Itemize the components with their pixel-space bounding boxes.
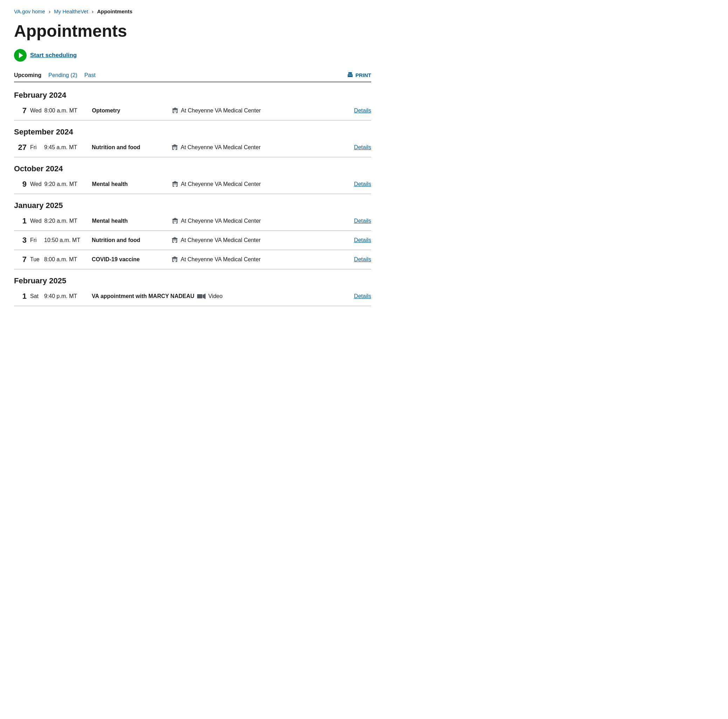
appt-day: 27 xyxy=(14,143,27,152)
appt-location: At Cheyenne VA Medical Center xyxy=(171,144,349,151)
appt-type: VA appointment with MARCY NADEAU xyxy=(92,293,194,300)
print-icon: 🖶 xyxy=(347,72,353,79)
svg-rect-50 xyxy=(176,260,176,261)
svg-rect-12 xyxy=(174,147,176,148)
video-icon xyxy=(197,294,205,299)
appt-details-link[interactable]: Details xyxy=(354,181,371,187)
appt-location: At Cheyenne VA Medical Center xyxy=(171,256,349,263)
start-scheduling-link[interactable]: Start scheduling xyxy=(30,52,77,59)
appt-type: Mental health xyxy=(92,218,169,224)
appt-type: Optometry xyxy=(92,107,169,114)
svg-rect-24 xyxy=(174,185,176,187)
appt-dow: Tue xyxy=(30,256,41,263)
appt-details-link[interactable]: Details xyxy=(354,218,371,224)
appointment-row: 1Wed8:20 a.m. MTMental health At Cheyenn… xyxy=(14,211,371,231)
appt-details-link[interactable]: Details xyxy=(354,237,371,243)
start-scheduling-section: Start scheduling xyxy=(14,49,371,62)
appt-time: 8:20 a.m. MT xyxy=(44,218,87,224)
start-scheduling-icon xyxy=(14,49,27,62)
appt-day: 7 xyxy=(14,106,27,115)
appointment-row: 1Sat9:40 p.m. MTVA appointment with MARC… xyxy=(14,287,371,306)
svg-rect-38 xyxy=(176,240,176,240)
appt-location-text: At Cheyenne VA Medical Center xyxy=(181,256,260,263)
svg-rect-10 xyxy=(173,147,174,148)
svg-rect-11 xyxy=(176,147,176,148)
appt-time: 9:45 a.m. MT xyxy=(44,144,86,151)
appt-dow: Fri xyxy=(30,144,41,151)
svg-rect-31 xyxy=(173,222,174,223)
svg-rect-20 xyxy=(176,184,177,185)
month-heading: January 2025 xyxy=(14,201,371,210)
appt-location: At Cheyenne VA Medical Center xyxy=(172,218,349,224)
appt-time: 8:00 a.m. MT xyxy=(44,256,86,263)
svg-marker-26 xyxy=(172,181,178,182)
tab-past[interactable]: Past xyxy=(84,72,96,78)
appt-location-text: At Cheyenne VA Medical Center xyxy=(181,107,261,114)
svg-marker-35 xyxy=(172,218,178,219)
svg-rect-46 xyxy=(173,259,174,260)
page-title: Appointments xyxy=(14,21,371,41)
svg-rect-21 xyxy=(174,184,176,185)
appointment-row: 7Wed8:00 a.m. MTOptometry At Cheyenne VA… xyxy=(14,101,371,121)
month-heading: February 2025 xyxy=(14,276,371,285)
breadcrumb-va-home[interactable]: VA.gov home xyxy=(14,8,45,14)
building-icon xyxy=(172,107,178,114)
svg-rect-32 xyxy=(176,222,177,223)
building-icon xyxy=(172,218,178,224)
appointment-row: 3Fri10:50 a.m. MTNutrition and food At C… xyxy=(14,231,371,250)
breadcrumb-current: Appointments xyxy=(97,8,132,14)
print-button[interactable]: 🖶 PRINT xyxy=(347,72,371,79)
building-icon xyxy=(171,237,178,243)
appt-location: At Cheyenne VA Medical Center xyxy=(171,237,349,243)
svg-rect-37 xyxy=(173,240,174,240)
appt-details-link[interactable]: Details xyxy=(354,144,371,151)
svg-rect-6 xyxy=(174,112,176,113)
svg-rect-49 xyxy=(173,260,174,261)
svg-rect-47 xyxy=(176,259,176,260)
appt-location: At Cheyenne VA Medical Center xyxy=(172,107,349,114)
appt-time: 9:40 p.m. MT xyxy=(44,293,86,300)
tab-pending[interactable]: Pending (2) xyxy=(48,72,77,78)
appt-dow: Wed xyxy=(30,218,42,224)
tabs-bar: Upcoming Pending (2) Past 🖶 PRINT xyxy=(14,72,371,82)
appointment-row: 9Wed9:20 a.m. MTMental health At Cheyenn… xyxy=(14,175,371,194)
breadcrumb: VA.gov home › My HealtheVet › Appointmen… xyxy=(14,8,371,14)
breadcrumb-mhv[interactable]: My HealtheVet xyxy=(54,8,88,14)
svg-marker-53 xyxy=(172,256,177,258)
month-section: January 20251Wed8:20 a.m. MTMental healt… xyxy=(14,201,371,269)
appt-time: 10:50 a.m. MT xyxy=(44,237,86,243)
svg-rect-3 xyxy=(174,110,176,111)
month-section: October 20249Wed9:20 a.m. MTMental healt… xyxy=(14,164,371,194)
svg-rect-42 xyxy=(174,241,176,243)
svg-rect-51 xyxy=(174,260,176,262)
appt-details-link[interactable]: Details xyxy=(354,107,371,114)
appt-details-link[interactable]: Details xyxy=(354,293,371,300)
svg-rect-29 xyxy=(176,220,177,221)
breadcrumb-separator-2: › xyxy=(92,8,93,14)
svg-marker-8 xyxy=(172,107,178,109)
month-heading: September 2024 xyxy=(14,127,371,136)
appt-location-text: At Cheyenne VA Medical Center xyxy=(181,237,260,243)
svg-rect-22 xyxy=(173,185,174,186)
svg-rect-33 xyxy=(174,222,176,223)
svg-rect-14 xyxy=(176,148,176,149)
appointment-row: 7Tue8:00 a.m. MTCOVID-19 vaccine At Chey… xyxy=(14,250,371,269)
appt-type: Nutrition and food xyxy=(92,237,169,243)
svg-rect-39 xyxy=(174,240,176,240)
appt-type: Nutrition and food xyxy=(92,144,169,151)
appointment-row: 27Fri9:45 a.m. MTNutrition and food At C… xyxy=(14,138,371,157)
svg-rect-5 xyxy=(176,112,177,112)
svg-rect-54 xyxy=(197,294,202,298)
appt-day: 7 xyxy=(14,255,27,264)
svg-marker-17 xyxy=(172,144,177,146)
svg-rect-23 xyxy=(176,185,177,186)
month-heading: October 2024 xyxy=(14,164,371,173)
svg-rect-19 xyxy=(173,184,174,185)
svg-marker-55 xyxy=(203,294,205,299)
building-icon xyxy=(171,144,178,151)
appt-details-link[interactable]: Details xyxy=(354,256,371,263)
appt-location: At Cheyenne VA Medical Center xyxy=(172,181,349,187)
tab-upcoming[interactable]: Upcoming xyxy=(14,72,41,78)
appt-time: 9:20 a.m. MT xyxy=(44,181,87,187)
svg-rect-48 xyxy=(174,259,176,260)
